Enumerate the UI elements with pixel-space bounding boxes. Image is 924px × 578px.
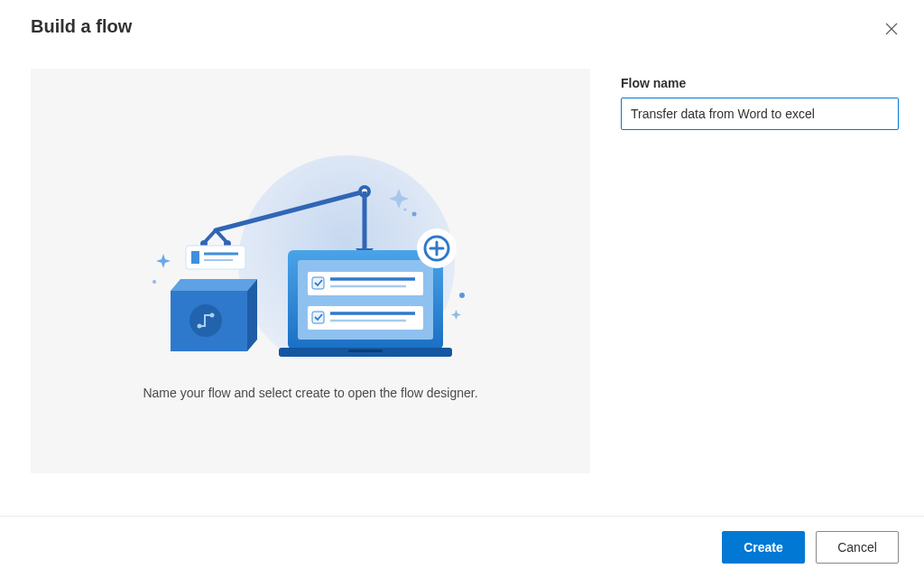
close-button[interactable] — [879, 16, 904, 42]
cancel-button[interactable]: Cancel — [816, 531, 899, 564]
flow-illustration — [139, 142, 482, 359]
svg-rect-15 — [191, 251, 199, 264]
dialog-title: Build a flow — [31, 16, 132, 37]
flow-name-input[interactable] — [621, 98, 899, 130]
svg-rect-28 — [308, 272, 423, 295]
form-panel: Flow name — [621, 69, 902, 516]
dialog-content: Name your flow and select create to open… — [0, 42, 924, 516]
svg-point-6 — [459, 293, 465, 298]
svg-rect-32 — [308, 306, 423, 330]
dialog-header: Build a flow — [0, 0, 924, 42]
illustration-panel: Name your flow and select create to open… — [31, 69, 590, 473]
svg-marker-20 — [247, 279, 257, 351]
svg-rect-27 — [348, 350, 383, 352]
svg-point-3 — [412, 212, 417, 217]
svg-rect-33 — [312, 312, 324, 323]
svg-rect-29 — [312, 277, 324, 289]
svg-point-4 — [404, 209, 407, 211]
svg-point-5 — [152, 280, 156, 284]
close-icon — [885, 23, 898, 35]
svg-marker-19 — [171, 279, 257, 291]
illustration-caption: Name your flow and select create to open… — [143, 386, 477, 400]
dialog-footer: Create Cancel — [0, 516, 924, 578]
create-button[interactable]: Create — [722, 531, 805, 564]
flow-name-label: Flow name — [621, 76, 902, 90]
build-flow-dialog: Build a flow — [0, 0, 924, 578]
